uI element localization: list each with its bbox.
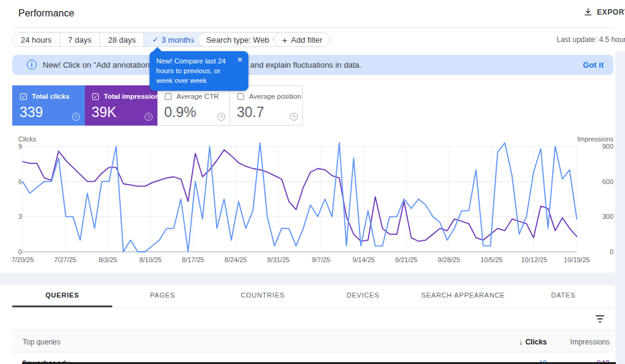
chip-24-hours[interactable]: 24 hours bbox=[13, 33, 60, 46]
y-tick-label: 300 bbox=[582, 213, 613, 220]
search-type-chip[interactable]: Search type: Web ▾ bbox=[198, 32, 284, 47]
header-divider bbox=[12, 27, 613, 28]
x-axis-labels: 7/20/257/27/258/3/258/10/258/17/258/24/2… bbox=[23, 256, 577, 265]
metric-cards: ✓ Total clicks 339 ? ✓ Total impressions… bbox=[12, 85, 303, 126]
dimensions-table-card: QUERIES PAGES COUNTRIES DEVICES SEARCH A… bbox=[12, 285, 613, 364]
average-position-card[interactable]: Average position 30.7 ? bbox=[230, 85, 303, 126]
x-tick-label: 7/27/25 bbox=[54, 256, 76, 263]
banner-text-end: and explain fluctuations in data. bbox=[250, 60, 361, 70]
column-header-clicks[interactable]: ↓Clicks bbox=[519, 337, 547, 346]
performance-chart-svg[interactable] bbox=[23, 146, 577, 252]
annotation-banner: i New! Click on "Add annotation" or righ… bbox=[12, 55, 613, 75]
y-tick-label: 0 bbox=[18, 248, 22, 255]
compare-tooltip: New! Compare last 24 hours to previous, … bbox=[150, 51, 248, 91]
chip-3-months[interactable]: ✓ 3 months bbox=[143, 33, 202, 46]
search-console-performance-page: Performance EXPORT 24 hours 7 days 28 da… bbox=[0, 0, 625, 364]
toolbar-divider bbox=[191, 34, 192, 45]
page-title: Performance bbox=[18, 8, 74, 19]
help-icon[interactable]: ? bbox=[72, 113, 80, 121]
page-background-strip bbox=[615, 51, 625, 364]
sort-descending-icon: ↓ bbox=[519, 337, 523, 346]
column-header-impressions[interactable]: Impressions bbox=[570, 338, 610, 346]
export-label: EXPORT bbox=[597, 8, 625, 16]
close-icon[interactable]: ✕ bbox=[237, 55, 243, 64]
x-tick-label: 9/14/25 bbox=[352, 256, 375, 263]
x-tick-label: 8/24/25 bbox=[225, 256, 247, 263]
tab-dates[interactable]: DATES bbox=[513, 285, 613, 307]
x-tick-label: 8/17/25 bbox=[182, 256, 204, 263]
checkbox-unchecked-icon[interactable] bbox=[237, 93, 244, 100]
total-impressions-value: 39K bbox=[92, 104, 117, 121]
average-ctr-card[interactable]: Average CTR 0.9% ? bbox=[157, 85, 230, 126]
average-position-value: 30.7 bbox=[237, 104, 264, 121]
checkbox-unchecked-icon[interactable] bbox=[165, 93, 172, 100]
x-tick-label: 10/19/25 bbox=[564, 256, 590, 263]
table-filter-row bbox=[12, 308, 613, 330]
last-update-text: Last update: 4.5 hours ago bbox=[557, 35, 625, 44]
dimension-tabs: QUERIES PAGES COUNTRIES DEVICES SEARCH A… bbox=[12, 285, 613, 308]
x-tick-label: 8/10/25 bbox=[139, 256, 162, 263]
help-icon[interactable]: ? bbox=[217, 113, 225, 121]
column-header-top-queries: Top queries bbox=[23, 338, 60, 346]
download-icon bbox=[583, 7, 593, 16]
tab-queries[interactable]: QUERIES bbox=[12, 285, 112, 307]
x-tick-label: 9/7/25 bbox=[312, 256, 331, 263]
total-impressions-card[interactable]: ✓ Total impressions 39K ? bbox=[85, 85, 157, 126]
y-tick-label: 6 bbox=[18, 178, 22, 185]
x-tick-label: 9/28/25 bbox=[438, 256, 460, 263]
y-tick-label: 0 bbox=[582, 248, 613, 255]
x-tick-label: 8/3/25 bbox=[98, 256, 117, 263]
tab-countries[interactable]: COUNTRIES bbox=[212, 285, 312, 307]
info-icon: i bbox=[27, 60, 37, 70]
help-icon[interactable]: ? bbox=[145, 113, 153, 121]
x-tick-label: 8/31/25 bbox=[267, 256, 290, 263]
y-tick-label: 3 bbox=[18, 213, 22, 220]
tab-devices[interactable]: DEVICES bbox=[313, 285, 413, 307]
chip-7-days[interactable]: 7 days bbox=[60, 33, 99, 46]
filter-list-icon[interactable] bbox=[595, 315, 605, 323]
got-it-button[interactable]: Got it bbox=[583, 60, 604, 70]
y-tick-label: 900 bbox=[582, 143, 613, 150]
total-clicks-value: 339 bbox=[20, 104, 43, 121]
left-axis-title: Clicks bbox=[18, 135, 36, 143]
right-axis-title: Impressions bbox=[551, 135, 613, 143]
x-tick-label: 10/12/25 bbox=[521, 256, 547, 263]
impressions-line bbox=[23, 150, 577, 241]
tab-search-appearance[interactable]: SEARCH APPEARANCE bbox=[413, 285, 513, 307]
average-ctr-value: 0.9% bbox=[164, 104, 196, 121]
check-icon: ✓ bbox=[152, 35, 158, 44]
table-header-row: Top queries ↓Clicks Impressions bbox=[12, 330, 613, 352]
checkbox-checked-icon[interactable]: ✓ bbox=[92, 93, 99, 100]
tooltip-text: New! Compare last 24 hours to previous, … bbox=[156, 56, 233, 85]
tab-pages[interactable]: PAGES bbox=[112, 285, 212, 307]
section-gap bbox=[0, 273, 625, 285]
help-icon[interactable]: ? bbox=[290, 113, 298, 121]
checkbox-checked-icon[interactable]: ✓ bbox=[20, 93, 27, 100]
x-tick-label: 10/5/25 bbox=[480, 256, 503, 263]
x-tick-label: 7/20/25 bbox=[12, 256, 34, 263]
y-tick-label: 9 bbox=[18, 143, 22, 150]
y-tick-label: 600 bbox=[582, 178, 613, 185]
plus-icon: + bbox=[282, 35, 287, 45]
add-filter-chip[interactable]: + Add filter bbox=[273, 32, 331, 47]
x-tick-label: 9/21/25 bbox=[395, 256, 417, 263]
export-button[interactable]: EXPORT bbox=[583, 7, 625, 16]
chip-28-days[interactable]: 28 days bbox=[99, 33, 144, 46]
total-clicks-card[interactable]: ✓ Total clicks 339 ? bbox=[12, 85, 85, 126]
